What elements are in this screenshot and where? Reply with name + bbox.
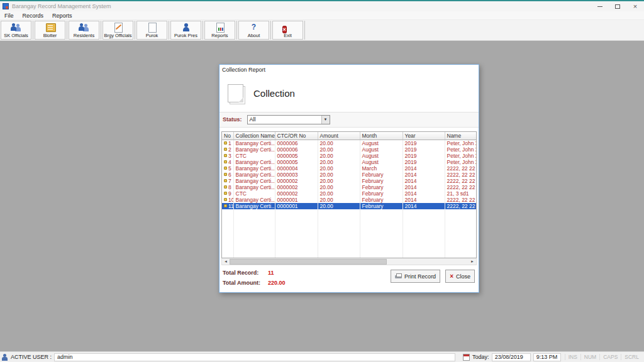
status-label: Status: bbox=[223, 116, 242, 123]
cell-ctc_or_no: 0000002 bbox=[275, 184, 318, 190]
cell-collection_name: Barangay Certi... bbox=[233, 197, 275, 203]
cell-amount: 20.00 bbox=[318, 172, 360, 178]
table-row[interactable]: 10Barangay Certi...000000120.00February2… bbox=[222, 197, 477, 203]
cell-name: 2222, 22 22 bbox=[445, 184, 477, 190]
cell-ctc_or_no: 0000005 bbox=[275, 159, 318, 165]
empty-row bbox=[222, 209, 477, 216]
dialog-title: Collection Report bbox=[219, 65, 479, 74]
toolbar-separator bbox=[135, 21, 135, 40]
titlebar: Barangay Record Management System × bbox=[0, 1, 644, 11]
cell-amount: 20.00 bbox=[318, 190, 360, 197]
cell-no: 3 bbox=[222, 153, 233, 159]
table-row[interactable]: 9CTC000000220.00February201421, 3 sd1 bbox=[222, 190, 477, 197]
col-ctc-or-no[interactable]: CTC/OR No bbox=[275, 132, 318, 140]
print-record-label: Print Record bbox=[404, 273, 436, 280]
cell-year: 2014 bbox=[402, 203, 445, 209]
cell-name: 2222, 22 22 bbox=[445, 178, 477, 184]
close-window-button[interactable]: × bbox=[626, 1, 644, 11]
toolbar-brgy-officials-button[interactable]: Brgy Officials bbox=[103, 21, 133, 40]
col-no[interactable]: No bbox=[222, 132, 233, 140]
menu-reports[interactable]: Reports bbox=[48, 11, 77, 19]
maximize-button[interactable] bbox=[609, 1, 626, 11]
table-row[interactable]: 4Barangay Certi...000000520.00August2019… bbox=[222, 159, 477, 165]
col-month[interactable]: Month bbox=[360, 132, 402, 140]
people-icon bbox=[11, 23, 22, 32]
calendar-icon bbox=[463, 354, 470, 361]
cell-ctc_or_no: 0000001 bbox=[275, 203, 318, 209]
scrollbar-thumb[interactable] bbox=[230, 259, 387, 265]
cell-no: 8 bbox=[222, 184, 233, 190]
toolbar-reports-button[interactable]: Reports bbox=[204, 21, 235, 40]
cell-month: February bbox=[360, 203, 402, 209]
menu-file[interactable]: File bbox=[0, 11, 18, 19]
cell-no: 2 bbox=[222, 146, 233, 153]
cell-month: August bbox=[360, 153, 402, 159]
cell-name: Peter, John Xa bbox=[445, 146, 477, 153]
cell-year: 2014 bbox=[402, 190, 445, 197]
menubar: File Records Reports bbox=[0, 11, 644, 20]
cell-name: 2222, 22 22 bbox=[445, 203, 477, 209]
table-row[interactable]: 5Barangay Certi...000000420.00March20142… bbox=[222, 165, 477, 172]
print-record-button[interactable]: Print Record bbox=[391, 270, 440, 283]
status-dropdown-value: All bbox=[250, 116, 256, 123]
row-marker-icon bbox=[224, 198, 227, 201]
close-button[interactable]: Close bbox=[445, 270, 475, 283]
flag-scrl: SCRL bbox=[621, 354, 642, 360]
table-row[interactable]: 8Barangay Certi...000000220.00February20… bbox=[222, 184, 477, 190]
total-record-label: Total Record: bbox=[223, 270, 268, 276]
maximize-icon bbox=[615, 4, 620, 9]
toolbar-blotter-button[interactable]: Blotter bbox=[35, 21, 65, 40]
empty-row bbox=[222, 216, 477, 222]
row-marker-icon bbox=[224, 154, 227, 157]
cell-no: 10 bbox=[222, 197, 233, 203]
toolbar-exit-button[interactable]: Exit bbox=[272, 21, 303, 40]
total-amount-value: 220.00 bbox=[268, 280, 286, 286]
toolbar-label: About bbox=[248, 33, 260, 38]
cell-year: 2014 bbox=[402, 197, 445, 203]
menu-records[interactable]: Records bbox=[18, 11, 48, 19]
flag-caps: CAPS bbox=[599, 354, 621, 360]
row-marker-icon bbox=[224, 173, 227, 176]
row-marker-icon bbox=[224, 160, 227, 163]
red-x-icon bbox=[450, 273, 453, 280]
cell-ctc_or_no: 0000001 bbox=[275, 197, 318, 203]
cell-collection_name: Barangay Certi... bbox=[233, 184, 275, 190]
statusbar: ACTIVE USER : admin Today: 23/08/2019 9:… bbox=[0, 351, 644, 362]
table-row[interactable]: 1Barangay Certi...000000620.00August2019… bbox=[222, 140, 477, 147]
table-row[interactable]: 6Barangay Certi...000000320.00February20… bbox=[222, 172, 477, 178]
window-controls: × bbox=[591, 1, 644, 11]
minimize-icon bbox=[597, 6, 602, 7]
table-row[interactable]: 3CTC000000520.00August2019Peter, John Xa bbox=[222, 153, 477, 159]
row-marker-icon bbox=[224, 204, 227, 207]
col-name[interactable]: Name bbox=[445, 132, 477, 140]
scroll-left-icon[interactable]: ◄ bbox=[222, 259, 230, 265]
cell-ctc_or_no: 0000002 bbox=[275, 178, 318, 184]
horizontal-scrollbar[interactable]: ◄ ► bbox=[221, 258, 477, 265]
table-row[interactable]: 7Barangay Certi...000000220.00February20… bbox=[222, 178, 477, 184]
toolbar-purok-pres-button[interactable]: Purok Pres bbox=[170, 21, 201, 40]
cell-collection_name: CTC bbox=[233, 190, 275, 197]
toolbar-label: Blotter bbox=[43, 33, 57, 38]
toolbar-sk-officials-button[interactable]: SK Officials bbox=[1, 21, 31, 40]
cell-amount: 20.00 bbox=[318, 203, 360, 209]
toolbar-purok-button[interactable]: Purok bbox=[136, 21, 167, 40]
minimize-button[interactable] bbox=[591, 1, 609, 11]
row-marker-icon bbox=[224, 141, 227, 145]
col-amount[interactable]: Amount bbox=[318, 132, 360, 140]
toolbar-separator bbox=[304, 21, 305, 40]
active-user-field: admin bbox=[54, 353, 455, 361]
col-year[interactable]: Year bbox=[402, 132, 445, 140]
status-dropdown[interactable]: All ▼ bbox=[247, 115, 330, 124]
table-row[interactable]: 2Barangay Certi...000000620.00August2019… bbox=[222, 146, 477, 153]
cell-month: August bbox=[360, 159, 402, 165]
toolbar-label: Reports bbox=[211, 33, 228, 38]
active-user-label: ACTIVE USER : bbox=[11, 354, 52, 360]
toolbar-about-button[interactable]: ? About bbox=[238, 21, 269, 40]
table-row[interactable]: 11Barangay Certi...000000120.00February2… bbox=[222, 203, 477, 209]
exit-icon bbox=[282, 26, 287, 33]
scroll-right-icon[interactable]: ► bbox=[469, 259, 476, 265]
question-icon: ? bbox=[248, 23, 260, 32]
printer-icon bbox=[395, 273, 402, 279]
col-collection-name[interactable]: Collection Name bbox=[233, 132, 275, 140]
toolbar-residents-button[interactable]: Residents bbox=[69, 21, 99, 40]
